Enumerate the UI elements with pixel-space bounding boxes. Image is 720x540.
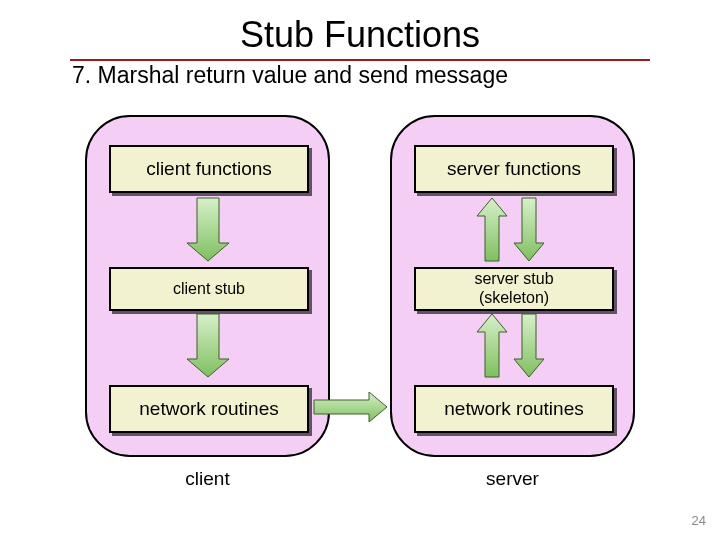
step-text: 7. Marshal return value and send message <box>72 62 508 89</box>
server-capsule: server functions server stub (skeleton) … <box>390 115 635 457</box>
client-functions-box: client functions <box>109 145 309 193</box>
server-stub-line1: server stub <box>474 270 553 289</box>
slide-title: Stub Functions <box>0 14 720 56</box>
client-caption: client <box>85 468 330 490</box>
server-network-box: network routines <box>414 385 614 433</box>
server-caption: server <box>390 468 635 490</box>
client-stub-box: client stub <box>109 267 309 311</box>
server-functions-box: server functions <box>414 145 614 193</box>
server-stub-line2: (skeleton) <box>479 289 549 308</box>
server-stub-box: server stub (skeleton) <box>414 267 614 311</box>
slide-number: 24 <box>692 513 706 528</box>
title-underline <box>70 59 650 61</box>
client-network-box: network routines <box>109 385 309 433</box>
client-capsule: client functions client stub network rou… <box>85 115 330 457</box>
